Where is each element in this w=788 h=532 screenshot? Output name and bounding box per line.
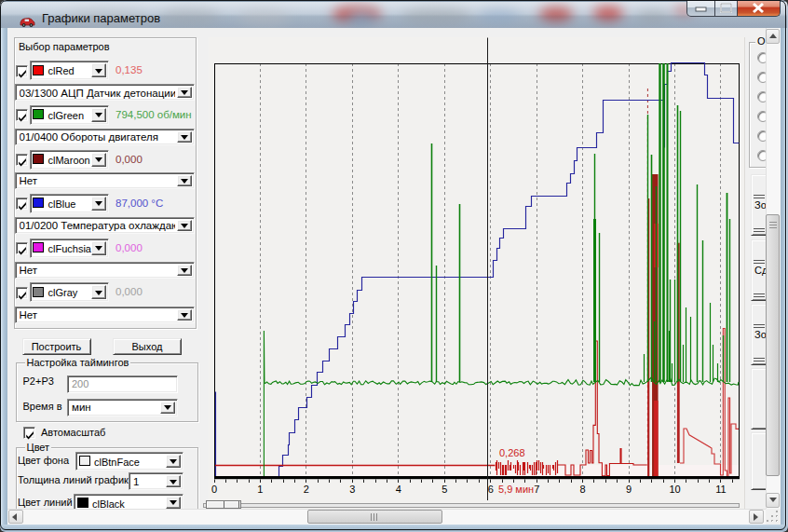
svg-text:6: 6 [488,484,494,495]
svg-text:5,9 мин: 5,9 мин [498,484,534,495]
svg-text:4: 4 [396,484,401,495]
svg-text:0: 0 [211,484,217,495]
svg-text:1: 1 [257,484,263,495]
svg-text:9: 9 [626,484,632,495]
svg-text:10: 10 [669,484,680,495]
svg-text:11: 11 [715,484,726,495]
svg-text:2: 2 [304,484,309,495]
svg-text:3: 3 [349,484,355,495]
svg-text:0,268: 0,268 [499,447,525,458]
svg-text:7: 7 [534,484,539,495]
svg-text:5: 5 [442,484,447,495]
svg-text:8: 8 [580,484,586,495]
